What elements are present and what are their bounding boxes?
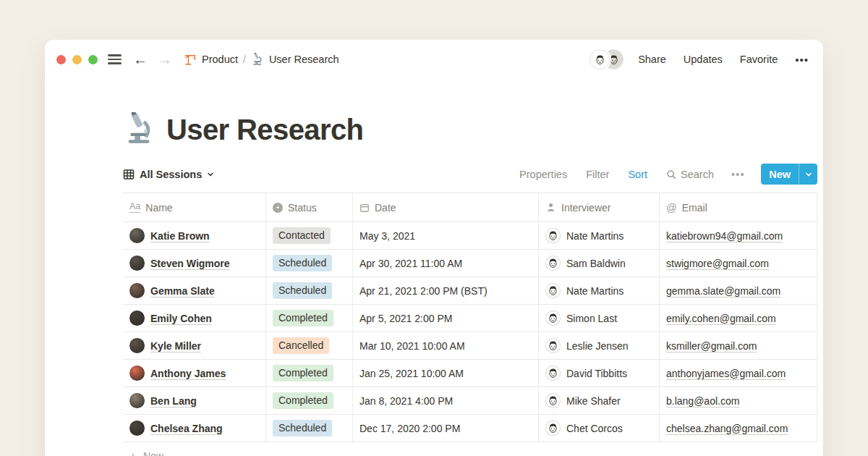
row-avatar	[129, 338, 145, 353]
row-name[interactable]: Chelsea Zhang	[150, 423, 223, 434]
toolbar-more-icon[interactable]: •••	[731, 169, 745, 180]
collaborator-avatar[interactable]	[590, 49, 610, 69]
column-label: Email	[682, 202, 707, 214]
column-header-status[interactable]: Status	[266, 193, 353, 221]
breadcrumb-parent[interactable]: Product	[184, 53, 238, 66]
new-button-chevron-icon[interactable]	[799, 164, 817, 185]
new-button[interactable]: New	[761, 164, 817, 185]
row-avatar	[129, 421, 145, 436]
updates-button[interactable]: Updates	[684, 54, 723, 65]
row-date[interactable]: Apr 30, 2021 11:00 AM	[353, 250, 539, 276]
more-options-icon[interactable]: •••	[795, 54, 809, 66]
desktop-background: ← → Product / U	[0, 0, 868, 456]
row-name[interactable]: Anthony James	[150, 368, 226, 379]
breadcrumb-current-label: User Research	[269, 54, 339, 65]
plus-icon: +	[129, 450, 137, 456]
row-name[interactable]: Emily Cohen	[150, 313, 212, 324]
row-interviewer[interactable]: Nate Martins	[566, 230, 624, 242]
face-illustration	[547, 229, 559, 242]
row-date[interactable]: Jan 8, 2021 4:00 PM	[353, 387, 539, 414]
row-email[interactable]: anthonyjames@gmail.com	[666, 368, 786, 379]
close-window-button[interactable]	[56, 55, 66, 64]
row-email[interactable]: b.lang@aol.com	[666, 395, 739, 407]
column-header-interviewer[interactable]: Interviewer	[539, 193, 660, 221]
sidebar-menu-icon[interactable]	[108, 54, 122, 64]
interviewer-avatar	[545, 311, 561, 326]
column-header-date[interactable]: Date	[353, 193, 539, 221]
construction-crane-icon	[184, 53, 197, 66]
interviewer-avatar	[545, 338, 561, 353]
row-interviewer[interactable]: David Tibbitts	[566, 368, 627, 379]
view-switcher[interactable]: All Sessions	[123, 169, 214, 180]
row-name[interactable]: Steven Wigmore	[150, 258, 230, 269]
row-date[interactable]: Mar 10, 2021 10:00 AM	[353, 332, 539, 359]
maximize-window-button[interactable]	[88, 55, 98, 64]
row-email[interactable]: katiebrown94@gmail.com	[666, 230, 783, 242]
row-email[interactable]: stwigmore@gmail.com	[666, 258, 769, 269]
row-name[interactable]: Katie Brown	[150, 230, 210, 242]
row-interviewer[interactable]: Chet Corcos	[566, 423, 623, 434]
table-row[interactable]: Chelsea Zhang Scheduled Dec 17, 2020 2:0…	[123, 415, 817, 442]
row-date[interactable]: Jan 25, 2021 10:00 AM	[353, 360, 539, 387]
sort-button[interactable]: Sort	[628, 169, 647, 180]
row-interviewer[interactable]: Leslie Jensen	[566, 340, 629, 352]
page-title: User Research	[166, 114, 363, 145]
row-interviewer[interactable]: Mike Shafer	[566, 395, 621, 407]
properties-button[interactable]: Properties	[519, 169, 567, 180]
new-row-button[interactable]: + New	[123, 442, 817, 456]
forward-arrow-icon[interactable]: →	[158, 52, 172, 67]
share-button[interactable]: Share	[638, 54, 666, 65]
back-arrow-icon[interactable]: ←	[133, 52, 148, 67]
row-name[interactable]: Gemma Slate	[150, 285, 215, 297]
row-date[interactable]: Apr 5, 2021 2:00 PM	[353, 305, 539, 332]
favorite-button[interactable]: Favorite	[740, 54, 778, 65]
status-badge[interactable]: Cancelled	[273, 337, 329, 354]
column-label: Name	[145, 202, 172, 214]
status-badge[interactable]: Scheduled	[273, 282, 332, 299]
table-row[interactable]: Gemma Slate Scheduled Apr 21, 2021 2:00 …	[123, 277, 817, 305]
microscope-icon	[251, 53, 264, 66]
column-header-email[interactable]: @ Email	[660, 193, 817, 221]
column-header-name[interactable]: Aa Name	[123, 193, 266, 221]
row-interviewer[interactable]: Simon Last	[566, 313, 617, 324]
status-badge[interactable]: Completed	[273, 365, 333, 381]
table-row[interactable]: Ben Lang Completed Jan 8, 2021 4:00 PM M…	[123, 387, 817, 415]
row-name[interactable]: Kyle Miller	[150, 340, 201, 352]
row-email[interactable]: emily.cohen@gmail.com	[666, 313, 776, 324]
face-illustration	[547, 257, 559, 269]
search-button[interactable]: Search	[666, 169, 714, 180]
face-illustration	[594, 54, 606, 66]
new-row-label: New	[143, 450, 163, 456]
status-badge[interactable]: Contacted	[273, 227, 331, 244]
table-row[interactable]: Anthony James Completed Jan 25, 2021 10:…	[123, 360, 817, 387]
minimize-window-button[interactable]	[72, 55, 82, 64]
status-badge[interactable]: Scheduled	[273, 255, 332, 271]
row-date[interactable]: Dec 17, 2020 2:00 PM	[353, 415, 539, 442]
status-badge[interactable]: Scheduled	[273, 420, 332, 436]
table-row[interactable]: Kyle Miller Cancelled Mar 10, 2021 10:00…	[123, 332, 817, 360]
breadcrumb-separator: /	[243, 54, 246, 65]
table-row[interactable]: Katie Brown Contacted May 3, 2021 Nate M…	[123, 222, 817, 250]
row-avatar	[129, 283, 145, 298]
column-label: Date	[375, 202, 396, 214]
table-row[interactable]: Steven Wigmore Scheduled Apr 30, 2021 11…	[123, 250, 817, 277]
row-email[interactable]: gemma.slate@gmail.com	[666, 285, 780, 297]
filter-button[interactable]: Filter	[586, 169, 609, 180]
table-header-row: Aa Name Status Date	[123, 193, 817, 222]
row-email[interactable]: ksmiller@gmail.com	[666, 340, 757, 352]
collaborator-avatars	[590, 49, 624, 69]
row-date[interactable]: Apr 21, 2021 2:00 PM (BST)	[353, 277, 539, 304]
row-date[interactable]: May 3, 2021	[353, 222, 539, 249]
row-interviewer[interactable]: Sam Baldwin	[566, 258, 626, 269]
table-row[interactable]: Emily Cohen Completed Apr 5, 2021 2:00 P…	[123, 305, 817, 332]
row-name[interactable]: Ben Lang	[150, 395, 197, 407]
face-illustration	[547, 339, 559, 352]
database-toolbar: All Sessions Properties Filter Sort Se	[123, 164, 817, 193]
row-interviewer[interactable]: Nate Martins	[566, 285, 624, 297]
breadcrumb-current[interactable]: User Research	[251, 53, 339, 66]
row-email[interactable]: chelsea.zhang@gmail.com	[666, 423, 788, 434]
face-illustration	[547, 284, 559, 297]
status-badge[interactable]: Completed	[273, 310, 333, 326]
column-label: Status	[288, 202, 317, 214]
status-badge[interactable]: Completed	[273, 392, 333, 409]
